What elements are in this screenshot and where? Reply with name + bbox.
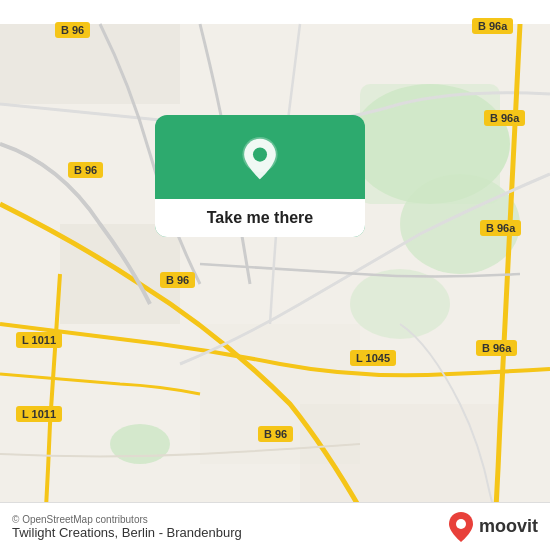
bottom-left-info: © OpenStreetMap contributors Twilight Cr… [12, 514, 242, 540]
road-badge-b96a-4: B 96a [476, 340, 517, 356]
road-badge-b96-3: B 96 [160, 272, 195, 288]
road-badge-b96a-2: B 96a [484, 110, 525, 126]
road-badge-l1045: L 1045 [350, 350, 396, 366]
take-me-there-button[interactable]: Take me there [155, 199, 365, 237]
popup-card: Take me there [155, 115, 365, 237]
svg-point-11 [253, 148, 267, 162]
road-badge-b96a-3: B 96a [480, 220, 521, 236]
location-name: Twilight Creations, Berlin - Brandenburg [12, 525, 242, 540]
map-background [0, 0, 550, 550]
svg-rect-6 [0, 24, 180, 104]
svg-point-12 [456, 519, 466, 529]
road-badge-b96-2: B 96 [68, 162, 103, 178]
osm-attribution: © OpenStreetMap contributors [12, 514, 242, 525]
moovit-pin-icon [447, 511, 475, 543]
road-badge-b96a-1: B 96a [472, 18, 513, 34]
svg-point-3 [110, 424, 170, 464]
svg-rect-4 [360, 84, 500, 204]
location-pin-icon [238, 137, 282, 181]
svg-point-5 [350, 269, 450, 339]
road-badge-l1011-1: L 1011 [16, 332, 62, 348]
moovit-text: moovit [479, 516, 538, 537]
popup-icon-area [155, 115, 365, 199]
road-badge-b96-1: B 96 [55, 22, 90, 38]
bottom-bar: © OpenStreetMap contributors Twilight Cr… [0, 502, 550, 550]
moovit-logo: moovit [447, 511, 538, 543]
road-badge-l1011-2: L 1011 [16, 406, 62, 422]
road-badge-b96-4: B 96 [258, 426, 293, 442]
map-container: B 96 B 96a B 96a B 96a B 96a B 96 B 96 B… [0, 0, 550, 550]
